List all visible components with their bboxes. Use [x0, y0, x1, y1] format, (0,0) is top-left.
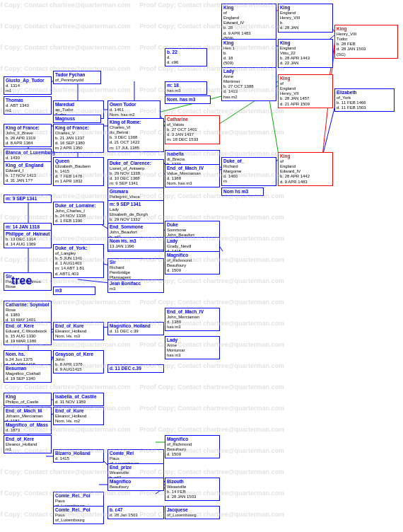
- tree-container: Proof Copy; Contact chartree@quarterman.…: [0, 0, 403, 532]
- node-magnifico-richmond-upper: Magnifico of_Richmond Beaufoury d. 1509: [165, 251, 220, 274]
- node-jean-boniface: Jean Bonifacc m3: [107, 279, 164, 293]
- node-charles-v: King of France: Charles_V b. 21 JAN 1337…: [53, 124, 104, 153]
- node-end-kere: End_of_Kere Eduard_C.Woodstock b. 15 AUG…: [4, 322, 52, 345]
- node-end-kure-lower: End_of_Kure Eleanor_Holland Nom. Hs. m2: [53, 407, 104, 425]
- node-m3: m3: [53, 287, 95, 295]
- node-tudor-fychan: Tudor Fychan of_Penmynydd: [53, 71, 101, 84]
- node-duke-lorraine: Duke_of_Lorraine: John_Charles_I b. 24 N…: [53, 202, 104, 225]
- node-end-kere-bottom: End_of_Kere Eleanor_Holland m1: [4, 435, 52, 453]
- node-end-kure-upper: End_of_Kure Eleanor_Holland Nom. Hs. m3: [53, 322, 104, 340]
- node-bizarro-holland: Bizarro_Holland d. 1415: [53, 449, 104, 463]
- node-edward-i: King_of_England Edward_I b. 17 NOV 1413 …: [4, 161, 52, 185]
- node-henry-viii: King Henry_VIII Tudor b. 28 FEB d. 28 JA…: [334, 25, 398, 59]
- node-m-sep: m: 9 SEP 1341: [4, 195, 52, 203]
- node-magnifico-beau: Magnifico Beaufoury: [107, 478, 164, 491]
- node-lady-anne-lower: Lady Anne Mortumar has m3: [165, 336, 220, 359]
- node-end-mach-lower: End_of_Mach_IV John_Merciaman d. 1388 ha…: [165, 308, 220, 331]
- node-owen-tudor: Owen Tudor d. 1461 Nom. has m2: [107, 100, 160, 119]
- node-philippe-hainaut: Philippe_of_Hainaut b. 13 DEC 1314 d. 14…: [4, 230, 52, 248]
- tree-label: tree: [11, 274, 32, 287]
- node-magnifico-mass: Magnifico_of_Mass d. 1873: [4, 421, 52, 434]
- node-bianca: Bianca_of_Luxemburg d. 1430: [4, 149, 52, 162]
- svg-line-18: [78, 279, 110, 283]
- node-comte-bottom: Comte_Rel._Pol Paus of_Luxembourg: [53, 506, 104, 524]
- svg-line-22: [322, 103, 336, 159]
- node-b-c47: b. c47 d. 28 Jan 1503: [107, 506, 164, 519]
- node-charles-vi: King of Rome: Charles_VI du_Belval b. 3 …: [107, 118, 164, 152]
- node-b22: b. 22 d. d. c96: [165, 48, 207, 66]
- node-end-mach-upper: End_of_Mach_IV Value_Merciaman d. 1388 N…: [165, 164, 220, 187]
- node-edward-iv: King of England Edward_IV b. 28 APR 1442…: [278, 152, 333, 186]
- node-duke-york: Duke_of_York: of_Langley b. 5 JUN 1341 d…: [53, 244, 104, 278]
- node-henry-vii: King of England Henry_VII b. 28 JAN 1457…: [278, 74, 333, 108]
- node-m18: m: 18 has m3: [165, 81, 207, 95]
- node-john-ii: King of France: John_II_Brave b. 26 APR …: [4, 124, 52, 147]
- node-nom-hs: Nom Hs. m3 13 JAN 1396: [107, 237, 164, 250]
- node-elizabeth-baubem: Queen Elizabeth_Baubem b. 1415 d. 7 FEB …: [53, 157, 104, 186]
- node-nom-m3-2: Nom hs m3: [221, 187, 264, 196]
- node-king-top: King England Henry_VIII b. d. 28 JAN: [278, 4, 333, 33]
- node-duke-richard: Duke_of_ Richard Margome d. 1460 m: [221, 157, 276, 186]
- watermark-19: Proof Copy; Contact chartree@quarterman.…: [0, 383, 284, 391]
- node-magnifico-holland: Magnifico_Holland d. 11 DEC c.39: [107, 322, 164, 335]
- node-edward-iv-2: King of England Edward_IV b. 28 d. 9 APR…: [221, 4, 276, 42]
- node-giusto-ap-tudor: Giusto_Ap_Tudor d. 1314 m1: [4, 76, 52, 95]
- node-jacquese: Jacquese of_Luxembourg: [165, 506, 220, 519]
- node-king-hen1: King Hen 1 b. d. 18 (509): [221, 39, 276, 68]
- node-magnifico-richmond-lower: Magnifico of_Richmond Beaufoury d. 1509: [165, 435, 220, 458]
- node-d-dec: d. 11 DEC c.39: [107, 364, 164, 373]
- node-bizouth: Bizouth Weastville b. 14 FEB d. 28 JAN 1…: [165, 478, 220, 501]
- node-isabella-castile: Isabella_of_Castile d. 31 NOV 1389: [53, 393, 104, 406]
- node-beauman: Beauman Magnifico_Clothall d. 19 SEP 134…: [4, 364, 52, 383]
- node-king-philipo: King Philipo_of_Casile: [4, 393, 52, 406]
- node-grayson: Grayson_of_Kere John b. 8 APR 1378 d. 9 …: [53, 350, 104, 374]
- node-king-vittu: King England Vittu_22 b. 28 APR 1443 d. …: [278, 39, 333, 68]
- node-magnus: Magnuss: [53, 115, 101, 123]
- node-duke-clarence: Duke_of_Clarence: Lionel_of_Antwerp b. 2…: [107, 159, 164, 188]
- node-thomas: Thomas d. ABT 1343 m1: [4, 96, 52, 115]
- node-nom-m3: Nom. has m3: [165, 96, 211, 104]
- node-elizabeth-york: Elizabeth of_York b. 11 FEB 1466 d. 11 F…: [334, 88, 395, 112]
- node-lady-anne-upper: Lady Anne Mortimer b. 27 OCT 1388 d. 141…: [221, 67, 276, 101]
- node-catharine-valois: Catharine of_Valois b. 27 OCT 1401 d. 3 …: [165, 115, 220, 144]
